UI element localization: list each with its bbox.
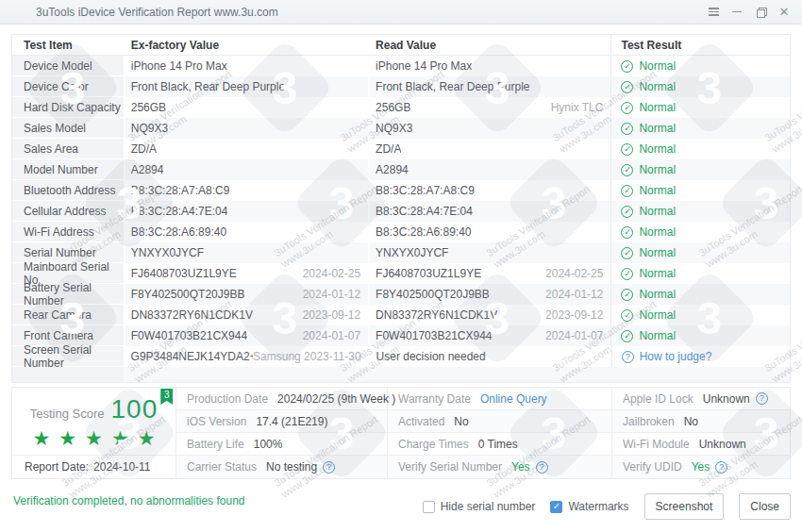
ex-factory-note: 2024-01-07 bbox=[303, 329, 360, 342]
test-result: ✓ Normal bbox=[621, 288, 676, 301]
test-item-label: Device Model bbox=[12, 56, 124, 76]
test-result: ✓ Normal bbox=[621, 80, 676, 93]
info-label: Jailbroken bbox=[623, 415, 675, 428]
info-value: No bbox=[684, 415, 698, 428]
test-item-label: Cellular Address bbox=[12, 201, 124, 222]
ex-factory-value: F0W401703B21CX944 bbox=[131, 329, 247, 342]
check-circle-icon: ✓ bbox=[621, 81, 633, 93]
minimize-icon[interactable] bbox=[730, 6, 744, 19]
testing-score-value: 100 bbox=[111, 394, 159, 424]
ex-factory-value: YNXYX0JYCF bbox=[131, 246, 204, 259]
read-value-cell: 256GB Hynix TLC bbox=[370, 97, 610, 118]
read-value-cell: NQ9X3 bbox=[370, 118, 610, 139]
help-icon[interactable]: ? bbox=[323, 461, 335, 474]
report-date-value: 2024-10-11 bbox=[93, 460, 151, 474]
star-icon: ★ bbox=[138, 428, 156, 448]
ex-factory-cell: B8:3C:28:A6:89:40 bbox=[125, 222, 368, 242]
table-row: Sales Area ZD/A ZD/A ✓ Normal bbox=[12, 139, 790, 159]
test-item-label: Wi-Fi Address bbox=[12, 222, 124, 242]
screenshot-button[interactable]: Screenshot bbox=[644, 493, 725, 520]
test-result-text: Normal bbox=[639, 122, 676, 135]
read-value-cell: F0W401703B21CX944 2024-01-07 bbox=[370, 325, 610, 346]
table-row: Battery Serial Number F8Y402500QT20J9BB … bbox=[12, 284, 790, 305]
watermarks-checkbox[interactable]: ✓ bbox=[550, 501, 562, 513]
check-circle-icon: ✓ bbox=[621, 247, 633, 259]
info-value: Unknown bbox=[699, 438, 746, 451]
ex-factory-cell: iPhone 14 Pro Max bbox=[125, 56, 368, 76]
test-result-text: Normal bbox=[639, 288, 676, 301]
test-result-cell: ✓ Normal bbox=[611, 97, 790, 118]
test-result-text: Normal bbox=[639, 163, 676, 176]
info-value: Yes ? bbox=[511, 460, 548, 474]
info-value-text: Yes bbox=[692, 460, 710, 474]
ex-factory-cell: B8:3C:28:A4:7E:04 bbox=[125, 201, 368, 222]
table-footer-strip bbox=[12, 367, 790, 382]
read-value-note: Hynix TLC bbox=[551, 101, 604, 114]
test-result: ✓ Normal bbox=[621, 329, 676, 342]
info-value-text: No bbox=[684, 415, 698, 428]
test-result: ✓ Normal bbox=[621, 101, 676, 114]
ex-factory-value: A2894 bbox=[131, 163, 164, 176]
read-value: 256GB bbox=[376, 101, 410, 114]
summary-info-cell: Production Date 2024/02/25 (9th Week ) bbox=[176, 388, 388, 410]
test-result-cell: ✓ Normal bbox=[611, 201, 790, 222]
test-result[interactable]: ? How to judge? bbox=[622, 350, 712, 363]
info-value-text: 100% bbox=[254, 438, 283, 451]
test-result: ✓ Normal bbox=[621, 267, 676, 280]
read-value: A2894 bbox=[376, 163, 409, 176]
read-value: F8Y402500QT20J9BB bbox=[376, 288, 490, 301]
test-result-text: Normal bbox=[639, 101, 676, 114]
test-result-text: Normal bbox=[639, 267, 676, 280]
verification-status-text: Verification completed, no abnormalities… bbox=[13, 494, 244, 507]
read-value: B8:3C:28:A6:89:40 bbox=[376, 225, 471, 239]
test-result-text: Normal bbox=[639, 184, 676, 197]
ex-factory-cell: YNXYX0JYCF bbox=[125, 242, 368, 263]
read-value-cell: B8:3C:28:A6:89:40 bbox=[370, 222, 610, 242]
check-circle-icon: ✓ bbox=[621, 289, 633, 301]
help-icon[interactable]: ? bbox=[715, 461, 727, 474]
help-icon[interactable]: ? bbox=[536, 461, 548, 474]
test-result-cell: ✓ Normal bbox=[611, 325, 790, 346]
menu-icon[interactable] bbox=[707, 6, 720, 19]
table-row: Model Number A2894 A2894 ✓ Normal bbox=[12, 159, 790, 180]
test-result-cell: ✓ Normal bbox=[611, 242, 790, 263]
test-result-cell: ✓ Normal bbox=[611, 118, 790, 139]
hide-serial-checkbox[interactable] bbox=[423, 501, 435, 513]
close-button[interactable]: Close bbox=[739, 493, 791, 520]
close-icon[interactable]: ✕ bbox=[777, 6, 791, 19]
restore-icon[interactable] bbox=[754, 6, 767, 19]
ex-factory-cell: FJ6408703UZ1L9YE 2024-02-25 bbox=[125, 263, 368, 284]
test-result-cell: ✓ Normal bbox=[611, 284, 790, 305]
read-value-cell: Front Black, Rear Deep Purple bbox=[370, 76, 610, 97]
ex-factory-value: F8Y402500QT20J9BB bbox=[131, 288, 245, 301]
info-value-text: Online Query bbox=[480, 392, 547, 406]
test-item-label: Rear Camera bbox=[12, 305, 124, 325]
window-controls: ✕ bbox=[707, 6, 791, 19]
help-icon[interactable]: ? bbox=[756, 392, 768, 405]
test-result: ✓ Normal bbox=[621, 308, 676, 322]
check-circle-icon: ✓ bbox=[621, 102, 633, 114]
info-value-text: No bbox=[454, 415, 468, 428]
score-badge-icon: 3 bbox=[160, 389, 173, 405]
info-value[interactable]: Online Query bbox=[480, 392, 547, 406]
read-value-cell: B8:3C:28:A7:A8:C9 bbox=[370, 180, 610, 201]
summary-info-cell: iOS Version 17.4 (21E219) bbox=[176, 410, 388, 433]
info-label: iOS Version bbox=[187, 415, 246, 428]
read-value-note: 2023-09-12 bbox=[545, 308, 603, 322]
test-result-text: Normal bbox=[639, 308, 676, 322]
column-header-test-result: Test Result bbox=[611, 35, 790, 55]
test-result-cell: ✓ Normal bbox=[611, 180, 790, 201]
info-value-text: 0 Times bbox=[478, 438, 518, 451]
info-value-text: Unknown bbox=[703, 392, 750, 406]
check-circle-icon: ✓ bbox=[621, 268, 633, 280]
test-result: ✓ Normal bbox=[621, 163, 676, 176]
test-result-text: Normal bbox=[639, 246, 676, 259]
ex-factory-value: G9P3484NEJK14YDA2+A100... bbox=[131, 350, 253, 363]
info-value: 17.4 (21E219) bbox=[256, 415, 327, 428]
test-result-cell: ✓ Normal bbox=[611, 222, 790, 242]
test-result-cell: ? How to judge? bbox=[612, 346, 790, 367]
info-label: Verify UDID bbox=[623, 460, 682, 474]
test-result-text: Normal bbox=[639, 59, 676, 73]
ex-factory-note: 2023-09-12 bbox=[303, 308, 360, 322]
ex-factory-value: B8:3C:28:A6:89:40 bbox=[131, 225, 226, 239]
